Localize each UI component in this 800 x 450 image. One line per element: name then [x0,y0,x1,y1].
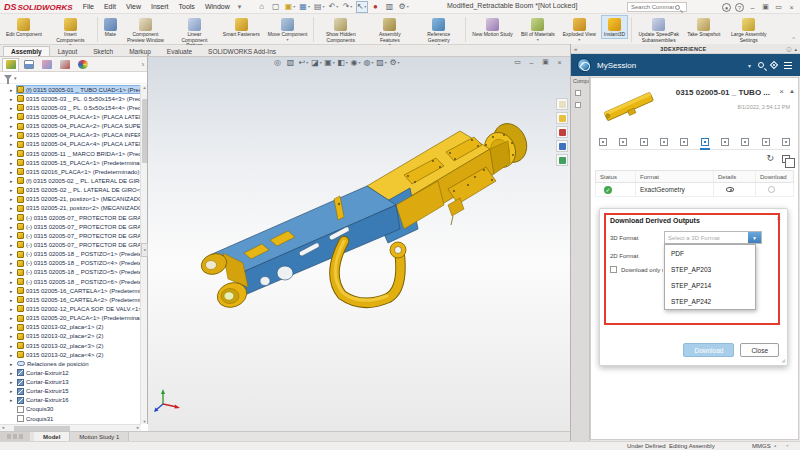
dropdown-option-step_ap242[interactable]: STEP_AP242 [665,293,755,309]
tree-item[interactable]: ▸0315 02005-04_PLACA<1> (PLACA LATERAL) [0,112,140,121]
dropdown-caret-icon[interactable]: ▾ [537,38,539,42]
expander-icon[interactable]: ▸ [10,151,17,157]
maximize-icon[interactable]: ▣ [759,1,772,13]
bill-of-materials-button[interactable]: Bill of Materials▾ [518,15,558,43]
pin-menu-icon[interactable]: ▾ [238,3,246,11]
mate-button[interactable]: Mate [101,15,120,39]
dropdown-option-step_ap214[interactable]: STEP_AP214 [665,277,755,293]
expander-icon[interactable]: ▸ [10,269,17,275]
file-properties-icon[interactable]: ▥ [384,1,396,13]
take-snapshot-button[interactable]: Take Snapshot [684,15,723,39]
component-checkbox[interactable] [575,102,581,108]
zoom-area-icon[interactable]: ▧ [285,57,296,68]
doc-minimize-icon[interactable]: – [526,57,537,67]
boom-assembly-model[interactable] [148,57,570,431]
tree-item[interactable]: ▸0315 02005-03 _ PL. 0.5x50x154<3> (Pred… [0,94,140,103]
expander-icon[interactable]: ▸ [10,361,17,367]
mobile-icon[interactable] [762,138,770,146]
tree-item[interactable]: ▸(f) 0315 02005-02 _ PL. LATERAL DE GIRO… [0,176,140,185]
tree-item[interactable]: Croquis30 [0,405,140,414]
exploded-view-button[interactable]: Exploded View▾ [560,15,599,43]
tab-model[interactable]: Model [34,432,70,441]
scroll-left-icon[interactable]: ◄ [1,425,5,430]
tree-item[interactable]: ▸0315 02005-20_PLACA<1> (Predeterminado) [0,314,140,323]
tree-horizontal-scrollbar[interactable]: ◄ ► [0,424,141,431]
tab-solidworks-add-ins[interactable]: SOLIDWORKS Add-Ins [200,46,284,56]
list-icon[interactable] [721,138,729,146]
menu-view[interactable]: View [121,3,146,10]
tree-item[interactable]: ▸(-) 0315 02005-18 _ POSTIZO<6> (Predete… [0,277,140,286]
tab-assembly[interactable]: Assembly [3,46,50,56]
task-pane-properties-icon[interactable] [556,140,568,152]
previous-view-icon[interactable]: ↩▾ [298,57,309,68]
tree-item[interactable]: ▸Cortar-Extruir15 [0,387,140,396]
tree-item[interactable]: ▸(-) 0315 02005-18 _ POSTIZO<4> (Predete… [0,259,140,268]
assembly-features-button[interactable]: Assembly Features▾ [366,15,413,49]
menu-tools[interactable]: Tools [174,3,200,10]
options-icon[interactable]: ⚙▾ [398,1,410,13]
expander-icon[interactable]: ▸ [10,196,17,202]
scroll-right-icon[interactable]: ► [136,425,140,430]
tree-item[interactable]: ▸0315 02005-16_CARTELA<2> (Predeterminad… [0,295,140,304]
section-view-icon[interactable]: ◪▾ [311,57,322,68]
expander-icon[interactable]: ▸ [10,397,17,403]
tree-item[interactable]: Croquis31 [0,414,140,423]
download-only-checkbox[interactable] [610,266,617,273]
tree-filter-row[interactable]: ▾ [0,72,147,84]
tree-item[interactable]: ▸0315 02005-02 _ PL. LATERAL DE GIRO<2> … [0,186,140,195]
table-row[interactable]: ✓ ExactGeometry [595,183,794,197]
show-hidden-components-button[interactable]: Show Hidden Components [317,15,364,44]
tree-item[interactable]: ▸Cortar-Extruir13 [0,378,140,387]
print-icon[interactable]: ▤▾ [313,1,326,13]
tab-evaluate[interactable]: Evaluate [159,46,200,56]
expander-icon[interactable]: ▸ [10,114,17,120]
doc-restore-icon[interactable]: ▭ [512,57,523,67]
expander-icon[interactable]: ▸ [10,178,17,184]
download-button[interactable]: Download [683,343,734,357]
minimize-icon[interactable]: – [746,1,759,13]
update-speedpak-subassemblies-button[interactable]: Update SpeedPak Subassemblies [635,15,682,44]
expander-icon[interactable]: ▸ [10,324,17,330]
task-pane-palette-icon[interactable] [556,154,568,166]
tab-pager[interactable] [0,432,30,441]
tree-item[interactable]: ▸(-) 0315 02005-07_ PROTECTOR DE GRASERA… [0,231,140,240]
tree-item[interactable]: ▸Cortar-Extruir16 [0,396,140,405]
instant3d-button[interactable]: Instant3D [601,15,628,39]
dropdown-caret-icon[interactable]: ▾ [287,38,289,42]
expander-icon[interactable]: ▸ [10,141,17,147]
scroll-up-icon[interactable]: ▲ [141,85,148,90]
expander-icon[interactable]: ▸ [10,279,17,285]
measure-icon[interactable] [619,138,627,146]
tree-item[interactable]: ▸(f) 0315 02005-01 _ TUBO CUAD<1> (Prede… [0,85,140,94]
expander-icon[interactable]: ▸ [10,215,17,221]
expander-icon[interactable]: ▸ [10,160,17,166]
displaymanager-tab[interactable] [74,58,91,71]
expander-icon[interactable]: ▸ [10,379,17,385]
expander-icon[interactable]: ▸ [10,370,17,376]
tree-item[interactable]: ▸0315 02005-16_CARTELA<1> (Predeterminad… [0,286,140,295]
tree-item[interactable]: ▸(-) 0315 02005-07_ PROTECTOR DE GRASERA… [0,213,140,222]
tree-item[interactable]: ▸0315 02016_PLACA<1> (Predeterminado) [0,167,140,176]
scroll-down-icon[interactable]: ▼ [141,419,148,424]
task-pane-documents-icon[interactable] [556,98,568,110]
share-icon[interactable] [640,138,648,146]
graphics-viewport[interactable]: ◎▧↩▾◪▾▣▾◧▾◉▾◍▾▨▾⚙▾ ▭ – ▣ × [148,57,570,431]
panel-splitter-handle[interactable]: ◂ [141,243,148,257]
tree-item[interactable]: ▸(-) 0315 02005-18 _ POSTIZO<5> (Predete… [0,268,140,277]
expander-icon[interactable]: ▸ [10,224,17,230]
expander-icon[interactable]: ▸ [10,169,17,175]
expander-icon[interactable]: ▸ [10,315,17,321]
doc-close-icon[interactable]: × [554,57,565,67]
tree-item[interactable]: ▸0315 02005-04_PLACA<2> (PLACA SUPERIOR) [0,122,140,131]
dialog-resize-handle[interactable]: ◢ [781,357,785,363]
tree-item[interactable]: ▸0315 02005-04_PLACA<4> (PLACA LATERAL) [0,140,140,149]
expander-icon[interactable]: ▸ [10,87,17,93]
status-quickview-icon[interactable]: ◔ [785,443,789,449]
panel-collapse-icon[interactable]: « [574,46,577,52]
close-button[interactable]: Close [740,343,779,357]
menu-edit[interactable]: Edit [99,3,121,10]
status-units[interactable]: MMGS [752,443,771,449]
task-pane-appearances-icon[interactable] [556,126,568,138]
panel-pin-icon[interactable]: ▴ [794,46,797,52]
reference-geometry-button[interactable]: Reference Geometry▾ [415,15,462,49]
